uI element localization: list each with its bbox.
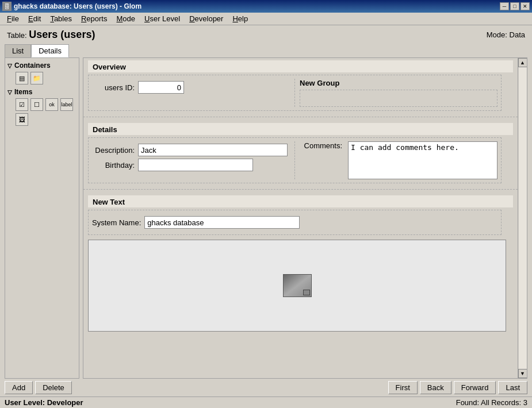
users-id-row: users ID: xyxy=(92,81,290,94)
divider-2 xyxy=(83,189,518,190)
image-placeholder xyxy=(283,274,312,297)
containers-section-header[interactable]: ▽ Containers xyxy=(7,60,76,71)
content-area: ▽ Containers ▤ 📁 ▽ Items ☑ ☐ ok label 🖼 xyxy=(0,57,532,379)
item-box-icon[interactable]: ☐ xyxy=(30,98,43,111)
containers-label: Containers xyxy=(14,61,51,70)
system-name-input[interactable] xyxy=(144,216,300,229)
items-arrow: ▽ xyxy=(7,89,12,95)
table-label: Table: xyxy=(7,31,27,40)
last-button[interactable]: Last xyxy=(498,381,527,394)
title-bar: 🗄 ghacks database: Users (users) - Glom … xyxy=(0,0,532,13)
title-bar-text: ghacks database: Users (users) - Glom xyxy=(14,2,141,10)
system-name-label: System Name: xyxy=(92,218,144,227)
items-label: Items xyxy=(14,88,32,96)
scrollbar[interactable]: ▲ ▼ xyxy=(518,58,527,378)
tab-list[interactable]: List xyxy=(5,44,31,57)
new-group-label: New Group xyxy=(300,79,497,90)
overview-label: Overview xyxy=(88,60,513,72)
form-content: Overview users ID: New Group xyxy=(83,58,527,378)
menu-edit[interactable]: Edit xyxy=(24,13,45,24)
items-section-header[interactable]: ▽ Items xyxy=(7,87,76,97)
containers-icons: ▤ 📁 xyxy=(16,72,76,84)
container-folder-icon[interactable]: 📁 xyxy=(30,72,43,84)
comments-label: Comments: xyxy=(300,141,346,150)
right-panel: Overview users ID: New Group xyxy=(83,57,527,379)
users-id-label: users ID: xyxy=(92,83,138,92)
forward-button[interactable]: Forward xyxy=(454,381,496,394)
new-group-container xyxy=(300,90,497,107)
item-label-icon[interactable]: label xyxy=(60,98,73,111)
comments-textarea[interactable]: I can add comments here. xyxy=(348,141,497,179)
status-bar: User Level: Developer Found: All Records… xyxy=(0,397,532,408)
menu-developer[interactable]: Developer xyxy=(185,13,228,24)
details-section: Details Description: Birthday: xyxy=(83,121,518,186)
divider-1 xyxy=(83,117,518,117)
menu-file[interactable]: File xyxy=(2,13,24,24)
overview-section: Overview users ID: New Group xyxy=(83,58,518,113)
item-checkbox-icon[interactable]: ☑ xyxy=(16,98,28,111)
table-header: Table: Users (users) Mode: Data xyxy=(0,25,532,44)
description-label: Description: xyxy=(92,146,138,155)
birthday-row: Birthday: xyxy=(92,159,290,171)
new-text-label: New Text xyxy=(88,195,513,207)
minimize-button[interactable]: ─ xyxy=(500,2,509,10)
user-level-display: User Level: Developer xyxy=(5,398,83,407)
system-name-row: System Name: xyxy=(92,216,497,229)
mode-display: Mode: Data xyxy=(487,30,525,39)
new-text-section: New Text System Name: xyxy=(83,193,518,237)
items-icons: ☑ ☐ ok label 🖼 xyxy=(16,98,76,126)
menu-reports[interactable]: Reports xyxy=(76,13,112,24)
user-level-value: Developer xyxy=(47,398,83,407)
description-input[interactable] xyxy=(138,144,288,156)
bottom-bar: Add Delete First Back Forward Last xyxy=(0,379,532,397)
image-area[interactable] xyxy=(88,240,506,332)
scroll-up-button[interactable]: ▲ xyxy=(518,58,527,67)
scroll-track[interactable] xyxy=(519,67,527,369)
birthday-label: Birthday: xyxy=(92,161,138,170)
bottom-left-buttons: Add Delete xyxy=(5,381,72,394)
left-panel: ▽ Containers ▤ 📁 ▽ Items ☑ ☐ ok label 🖼 xyxy=(5,57,79,379)
item-image-icon[interactable]: 🖼 xyxy=(16,113,28,126)
details-label: Details xyxy=(88,123,513,135)
main-window: Table: Users (users) Mode: Data List Det… xyxy=(0,25,532,408)
containers-arrow: ▽ xyxy=(7,63,12,69)
menu-user-level[interactable]: User Level xyxy=(140,13,185,24)
menu-mode[interactable]: Mode xyxy=(112,13,140,24)
close-button[interactable]: ✕ xyxy=(520,2,530,10)
app-icon: 🗄 xyxy=(2,2,12,11)
item-ok-icon[interactable]: ok xyxy=(45,98,58,111)
description-row: Description: xyxy=(92,144,290,156)
menu-help[interactable]: Help xyxy=(228,13,252,24)
found-records: Found: All Records: 3 xyxy=(456,398,527,407)
scroll-down-button[interactable]: ▼ xyxy=(518,369,527,378)
new-group-region: New Group xyxy=(295,79,497,107)
bottom-right-buttons: First Back Forward Last xyxy=(388,381,527,394)
mode-value: Data xyxy=(510,30,525,39)
menu-bar: File Edit Tables Reports Mode User Level… xyxy=(0,13,532,25)
add-button[interactable]: Add xyxy=(5,381,33,394)
table-name: Users (users) xyxy=(29,29,95,40)
first-button[interactable]: First xyxy=(388,381,418,394)
menu-tables[interactable]: Tables xyxy=(45,13,76,24)
users-id-input[interactable] xyxy=(138,81,184,94)
birthday-input[interactable] xyxy=(138,159,253,171)
delete-button[interactable]: Delete xyxy=(35,381,72,394)
container-table-icon[interactable]: ▤ xyxy=(16,72,28,84)
maximize-button[interactable]: □ xyxy=(510,2,519,10)
window-controls: ─ □ ✕ xyxy=(500,2,530,10)
tabs: List Details xyxy=(0,44,532,57)
tab-details[interactable]: Details xyxy=(31,44,69,57)
back-button[interactable]: Back xyxy=(420,381,451,394)
